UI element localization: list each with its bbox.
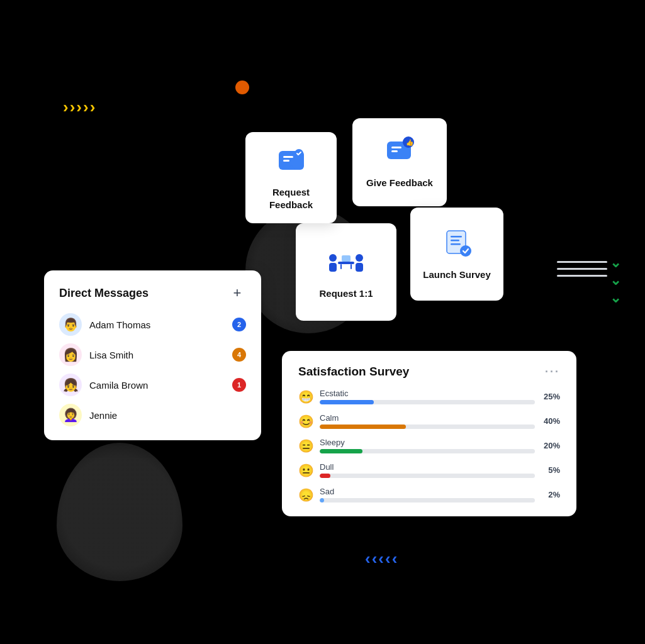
survey-header: Satisfaction Survey ··· [298,365,560,379]
give-feedback-label: Give Feedback [366,177,433,189]
blob-dark-bottom [57,443,182,581]
svg-rect-23 [451,243,461,245]
launch-survey-label: Launch Survey [423,269,491,281]
survey-row-dull: 😐 Dull 5% [298,462,560,478]
chevron-blue-5: ‹ [392,549,398,569]
launch-survey-icon [442,227,472,262]
scene: › › › › › ⌄ ⌄ ⌄ ‹ ‹ ‹ ‹ ‹ [0,0,645,644]
svg-rect-13 [351,264,352,269]
chevron-blue-3: ‹ [378,549,384,569]
fill-calm [320,425,406,429]
svg-rect-19 [340,262,352,263]
svg-point-24 [460,245,471,257]
dm-title: Direct Messages [59,287,149,300]
emoji-dull: 😐 [298,463,313,478]
pct-calm: 40% [541,416,560,426]
track-sleepy [320,449,535,453]
dm-item-adam[interactable]: 👨 Adam Thomas 2 [59,313,246,336]
card-request-11[interactable]: Request 1:1 [296,223,396,321]
orange-dot [235,80,249,94]
dm-item-lisa[interactable]: 👩 Lisa Smith 4 [59,343,246,366]
svg-rect-21 [451,236,462,238]
chevron-yellow-4: › [83,97,89,117]
chevron-blue-1: ‹ [365,549,371,569]
svg-text:👍: 👍 [406,138,414,147]
track-ecstatic [320,400,535,404]
emoji-ecstatic: 😁 [298,389,313,404]
svg-rect-12 [340,264,342,269]
bar-wrap-sleepy: Sleepy [320,438,535,453]
line-3 [557,275,607,277]
blue-chevrons: ‹ ‹ ‹ ‹ ‹ [365,549,397,569]
dm-name-jennie: Jennie [89,410,246,421]
label-dull: Dull [320,462,535,472]
survey-menu-icon[interactable]: ··· [545,365,560,379]
dm-header: Direct Messages + [59,284,246,302]
chevron-blue-2: ‹ [372,549,378,569]
avatar-lisa: 👩 [59,343,82,366]
request-feedback-icon [275,145,308,180]
pct-sleepy: 20% [541,441,560,450]
lines-right [557,261,607,277]
chevron-green-3: ⌄ [610,290,621,306]
dm-name-lisa: Lisa Smith [89,350,225,360]
request-11-icon [324,244,368,281]
bar-wrap-sad: Sad [320,487,535,502]
svg-rect-17 [356,263,363,272]
svg-point-14 [329,254,337,262]
svg-rect-6 [391,147,401,148]
give-feedback-icon: 👍 [383,135,416,170]
label-sleepy: Sleepy [320,438,535,447]
track-dull [320,474,535,478]
chevron-blue-4: ‹ [385,549,391,569]
svg-point-16 [356,254,363,262]
chevron-yellow-1: › [63,97,69,117]
svg-rect-22 [451,240,459,242]
svg-rect-7 [391,150,398,152]
card-launch-survey[interactable]: Launch Survey [410,208,503,301]
request-feedback-label: Request Feedback [258,186,324,211]
survey-title: Satisfaction Survey [298,365,409,379]
svg-rect-18 [342,255,351,262]
line-2 [557,268,607,270]
bar-wrap-dull: Dull [320,462,535,478]
green-chevrons: ⌄ ⌄ ⌄ [610,255,621,306]
emoji-sad: 😞 [298,487,313,502]
survey-row-calm: 😊 Calm 40% [298,413,560,429]
avatar-adam: 👨 [59,313,82,336]
avatar-camila: 👧 [59,374,82,396]
emoji-sleepy: 😑 [298,438,313,453]
chevron-yellow-3: › [76,97,82,117]
chevron-yellow-2: › [70,97,76,117]
pct-sad: 2% [541,490,560,499]
label-sad: Sad [320,487,535,496]
avatar-jennie: 👩‍🦱 [59,404,82,426]
label-calm: Calm [320,413,535,423]
survey-row-sad: 😞 Sad 2% [298,487,560,502]
label-ecstatic: Ecstatic [320,389,535,398]
card-request-feedback[interactable]: Request Feedback [245,132,337,223]
track-calm [320,425,535,429]
dm-list: 👨 Adam Thomas 2 👩 Lisa Smith 4 👧 Camila … [59,313,246,426]
dm-item-jennie[interactable]: 👩‍🦱 Jennie [59,404,246,426]
dm-item-camila[interactable]: 👧 Camila Brown 1 [59,374,246,396]
bar-wrap-calm: Calm [320,413,535,429]
chevron-green-1: ⌄ [610,255,621,271]
yellow-chevrons: › › › › › [63,97,95,117]
pct-ecstatic: 25% [541,392,560,401]
dm-badge-camila: 1 [232,378,246,392]
dm-add-button[interactable]: + [228,284,246,302]
fill-sleepy [320,449,362,453]
line-1 [557,261,607,263]
svg-rect-1 [283,156,293,158]
emoji-calm: 😊 [298,414,313,429]
fill-sad [320,498,324,502]
survey-row-ecstatic: 😁 Ecstatic 25% [298,389,560,404]
dm-badge-adam: 2 [232,318,246,331]
survey-panel: Satisfaction Survey ··· 😁 Ecstatic 25% 😊… [282,351,576,516]
dm-name-camila: Camila Brown [89,380,225,391]
fill-ecstatic [320,400,374,404]
bar-wrap-ecstatic: Ecstatic [320,389,535,404]
card-give-feedback[interactable]: 👍 Give Feedback [352,118,447,206]
fill-dull [320,474,330,478]
